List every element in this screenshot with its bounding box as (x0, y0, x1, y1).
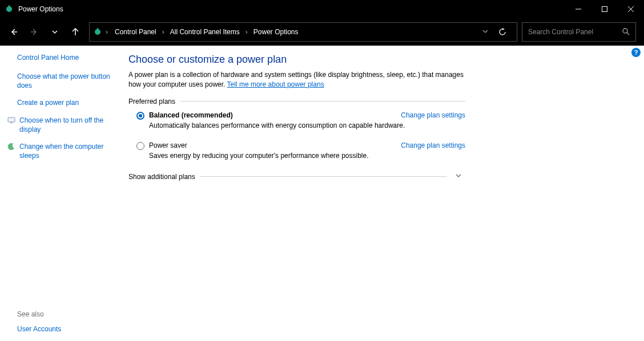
sleep-icon (7, 142, 16, 151)
plan-name: Balanced (recommended) (149, 111, 233, 119)
window-title: Power Options (18, 5, 63, 13)
minimize-button[interactable] (565, 0, 591, 18)
chevron-right-icon: › (161, 28, 166, 36)
plan-description: Automatically balances performance with … (149, 121, 465, 131)
chevron-down-icon (452, 172, 465, 181)
svg-rect-1 (9, 5, 10, 7)
control-panel-home-link[interactable]: Control Panel Home (17, 54, 115, 62)
breadcrumb-item[interactable]: All Control Panel Items (167, 26, 243, 38)
chevron-right-icon[interactable]: › (104, 28, 109, 36)
preferred-plans-label: Preferred plans (128, 98, 465, 105)
breadcrumb: Control Panel › All Control Panel Items … (111, 26, 480, 38)
app-icon (5, 5, 14, 14)
refresh-button[interactable] (493, 22, 512, 42)
plan-description: Saves energy by reducing your computer's… (149, 151, 465, 161)
breadcrumb-item[interactable]: Control Panel (111, 26, 160, 38)
titlebar: Power Options (0, 0, 644, 18)
nav-back-button[interactable] (5, 23, 23, 41)
search-input[interactable] (528, 28, 622, 36)
power-plan-row: Power saver Change plan settings Saves e… (136, 141, 465, 169)
chevron-right-icon: › (244, 28, 249, 36)
svg-rect-10 (97, 28, 98, 30)
navbar: › Control Panel › All Control Panel Item… (0, 18, 644, 46)
power-plan-row: Balanced (recommended) Change plan setti… (136, 111, 465, 139)
svg-rect-13 (8, 117, 15, 122)
svg-rect-3 (602, 7, 607, 12)
see-also-label: See also (17, 310, 115, 318)
expander-label: Show additional plans (128, 173, 195, 181)
sidebar-link-computer-sleeps[interactable]: Change when the computer sleeps (19, 142, 115, 160)
breadcrumb-item[interactable]: Power Options (250, 26, 302, 38)
content-area: ? Control Panel Home Choose what the pow… (0, 46, 644, 341)
maximize-button[interactable] (591, 0, 618, 18)
nav-forward-button[interactable] (25, 23, 43, 41)
tell-me-more-link[interactable]: Tell me more about power plans (227, 80, 324, 88)
svg-point-11 (623, 29, 627, 33)
sidebar: Control Panel Home Choose what the power… (0, 46, 123, 341)
sidebar-link-turn-off-display[interactable]: Choose when to turn off the display (19, 116, 115, 134)
svg-rect-14 (10, 123, 13, 123)
address-icon (93, 27, 102, 36)
user-accounts-link[interactable]: User Accounts (17, 325, 115, 333)
svg-line-12 (627, 33, 629, 35)
search-icon[interactable] (622, 27, 630, 37)
sidebar-link-power-button[interactable]: Choose what the power button does (17, 72, 115, 90)
plan-name: Power saver (149, 141, 187, 149)
address-dropdown-icon[interactable] (482, 28, 488, 36)
nav-up-button[interactable] (66, 23, 84, 41)
sidebar-link-create-plan[interactable]: Create a power plan (17, 98, 115, 107)
page-title: Choose or customize a power plan (128, 54, 465, 66)
show-additional-plans-expander[interactable]: Show additional plans (128, 172, 465, 181)
plan-radio-balanced[interactable] (136, 112, 144, 120)
help-icon[interactable]: ? (631, 48, 641, 57)
close-button[interactable] (618, 0, 644, 18)
change-plan-settings-link[interactable]: Change plan settings (401, 111, 465, 119)
page-description: A power plan is a collection of hardware… (128, 70, 465, 90)
display-icon (7, 116, 16, 125)
plan-radio-power-saver[interactable] (136, 142, 144, 150)
nav-history-dropdown[interactable] (46, 23, 64, 41)
divider (200, 176, 447, 177)
change-plan-settings-link[interactable]: Change plan settings (401, 141, 465, 149)
divider (180, 101, 465, 102)
main-panel: Choose or customize a power plan A power… (123, 46, 488, 341)
search-box[interactable] (522, 22, 636, 42)
address-bar[interactable]: › Control Panel › All Control Panel Item… (89, 22, 517, 42)
